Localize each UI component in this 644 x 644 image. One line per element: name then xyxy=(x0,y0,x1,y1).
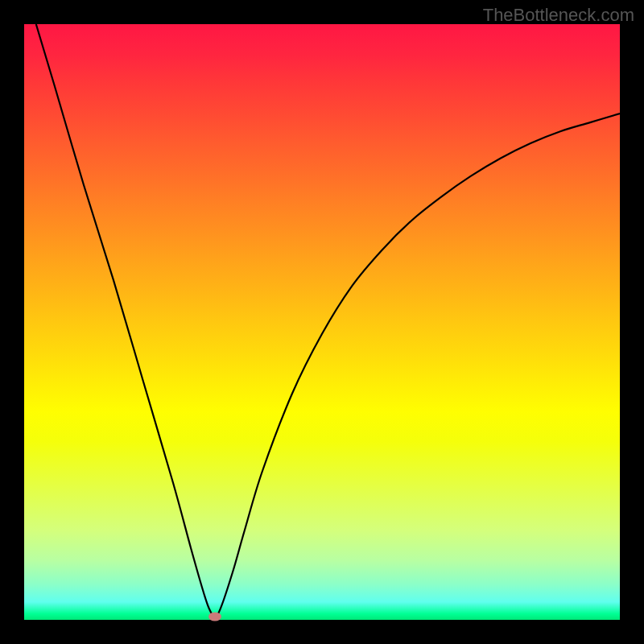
chart-plot-area xyxy=(24,24,620,620)
bottleneck-curve-line xyxy=(36,24,620,617)
watermark-text: TheBottleneck.com xyxy=(483,5,634,26)
optimal-point-marker xyxy=(208,613,221,621)
chart-curve-svg xyxy=(24,24,620,620)
